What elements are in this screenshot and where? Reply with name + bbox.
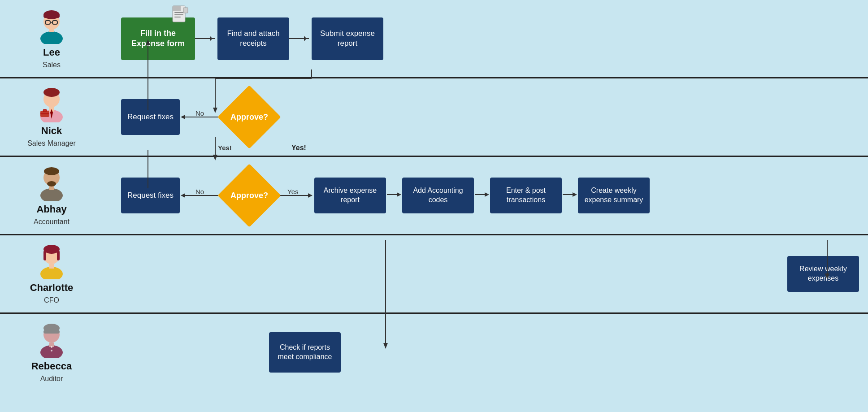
swimlane-abhay: Abhay Accountant Request fixes No Approv… [0, 157, 868, 235]
svg-point-29 [47, 181, 56, 186]
enter-post-label: Enter & post transactions [496, 186, 556, 205]
avatar-rebecca [34, 322, 69, 358]
svg-marker-39 [485, 192, 489, 197]
avatar-abhay [34, 165, 69, 201]
actor-lee: Lee Sales [0, 0, 103, 77]
svg-point-42 [40, 267, 63, 279]
arrow-archive-to-accounting [386, 190, 402, 201]
svg-text:No: No [195, 189, 204, 195]
actor-lee-name: Lee [43, 47, 60, 58]
svg-point-20 [43, 88, 60, 97]
arrow-yes-abhay-svg: Yes [278, 189, 314, 202]
arrow-svg-3 [386, 190, 402, 199]
actor-charlotte: Charlotte CFO [0, 235, 103, 312]
nick-approve-diamond: Approve? [220, 88, 278, 146]
svg-rect-10 [174, 12, 183, 13]
svg-marker-37 [397, 192, 401, 197]
svg-rect-47 [57, 251, 60, 260]
avatar-charlotte [34, 243, 69, 279]
actor-nick-role: Sales Manager [27, 139, 76, 147]
actor-charlotte-name: Charlotte [30, 282, 74, 294]
avatar-nick [34, 87, 69, 122]
arrow-yes-abhay: Yes [278, 189, 314, 202]
svg-rect-46 [43, 251, 46, 260]
enter-post-box: Enter & post transactions [490, 178, 562, 213]
lane-rebecca-content: Check if reports meet compliance [103, 321, 868, 384]
svg-rect-43 [49, 264, 54, 269]
create-weekly-label: Create weekly expense summary [584, 186, 643, 205]
abhay-request-fixes-box: Request fixes [121, 178, 180, 213]
abhay-request-fixes-label: Request fixes [127, 191, 174, 200]
actor-rebecca: Rebecca Auditor [0, 314, 103, 391]
actor-rebecca-name: Rebecca [31, 360, 72, 372]
lane-lee-content: Fill in the Expense form Find and attach… [103, 4, 868, 74]
svg-marker-23 [181, 115, 185, 119]
find-receipts-box: Find and attach receipts [217, 17, 289, 60]
svg-point-25 [40, 188, 63, 201]
svg-rect-13 [183, 8, 188, 13]
arrow-line-1 [195, 38, 215, 39]
svg-point-28 [44, 167, 59, 175]
arrow-receipts-to-submit [289, 38, 312, 39]
archive-report-box: Archive expense report [314, 178, 386, 213]
check-compliance-box: Check if reports meet compliance [269, 332, 341, 373]
actor-nick: Nick Sales Manager [0, 78, 103, 156]
check-compliance-spacer: Check if reports meet compliance [269, 332, 341, 373]
avatar-lee [34, 8, 69, 44]
add-accounting-label: Add Accounting codes [408, 186, 468, 205]
nick-yes-label: Yes! [291, 144, 306, 152]
svg-rect-52 [43, 330, 60, 334]
arrow-svg-5 [562, 190, 578, 199]
svg-marker-31 [181, 193, 185, 198]
lane-abhay-content: Request fixes No Approve? Yes [103, 158, 868, 233]
svg-rect-3 [43, 14, 60, 18]
svg-marker-34 [308, 193, 312, 198]
submit-report-box: Submit expense report [312, 17, 383, 60]
arrow-no-nick-svg: No [180, 110, 220, 124]
fill-expense-label: Fill in the Expense form [127, 28, 189, 49]
nick-approve-label: Approve? [230, 113, 268, 122]
svg-text:No: No [195, 110, 204, 117]
review-weekly-label: Review weekly expenses [794, 265, 853, 283]
svg-rect-12 [174, 17, 181, 17]
svg-marker-41 [573, 192, 577, 197]
actor-abhay-name: Abhay [36, 204, 66, 215]
arrow-line-2 [289, 38, 309, 39]
swimlane-lee: Lee Sales Fill in the Expense form [0, 0, 868, 78]
abhay-approve-diamond: Approve? [220, 166, 278, 225]
svg-rect-11 [174, 14, 183, 15]
arrow-svg-4 [474, 190, 490, 199]
actor-abhay-role: Accountant [34, 218, 69, 226]
actor-lee-role: Sales [43, 61, 61, 69]
arrow-no-abhay: No [180, 189, 220, 202]
svg-point-54 [51, 350, 52, 351]
actor-rebecca-role: Auditor [40, 375, 63, 383]
arrow-no-abhay-svg: No [180, 189, 220, 202]
arrow-fill-to-receipts [195, 38, 217, 39]
arrow-no-nick: No [180, 110, 220, 124]
submit-report-label: Submit expense report [318, 29, 377, 48]
actor-abhay: Abhay Accountant [0, 157, 103, 234]
review-weekly-box: Review weekly expenses [787, 256, 859, 292]
swimlane-rebecca: Rebecca Auditor Check if reports meet co… [0, 314, 868, 391]
add-accounting-box: Add Accounting codes [402, 178, 474, 213]
diagram-wrapper: Lee Sales Fill in the Expense form [0, 0, 868, 391]
actor-nick-name: Nick [41, 125, 62, 137]
abhay-approve-label: Approve? [230, 191, 268, 200]
arrow-accounting-to-post [474, 190, 490, 201]
svg-rect-16 [43, 109, 47, 112]
nick-request-fixes-label: Request fixes [127, 112, 174, 122]
svg-rect-9 [173, 6, 181, 11]
swimlane-nick: Nick Sales Manager Request fixes No Appr… [0, 78, 868, 157]
create-weekly-box: Create weekly expense summary [578, 178, 650, 213]
actor-charlotte-role: CFO [44, 296, 59, 304]
arrow-post-to-weekly [562, 190, 578, 201]
svg-text:Yes: Yes [287, 189, 298, 195]
lane-charlotte-content: Review weekly expenses [103, 243, 868, 305]
document-icon [171, 5, 191, 25]
archive-report-label: Archive expense report [321, 186, 380, 205]
find-receipts-label: Find and attach receipts [224, 29, 283, 48]
lane-nick-content: Request fixes No Approve? Yes! [103, 80, 868, 154]
swimlane-charlotte: Charlotte CFO Review weekly expenses [0, 235, 868, 314]
nick-request-fixes-box: Request fixes [121, 99, 180, 135]
